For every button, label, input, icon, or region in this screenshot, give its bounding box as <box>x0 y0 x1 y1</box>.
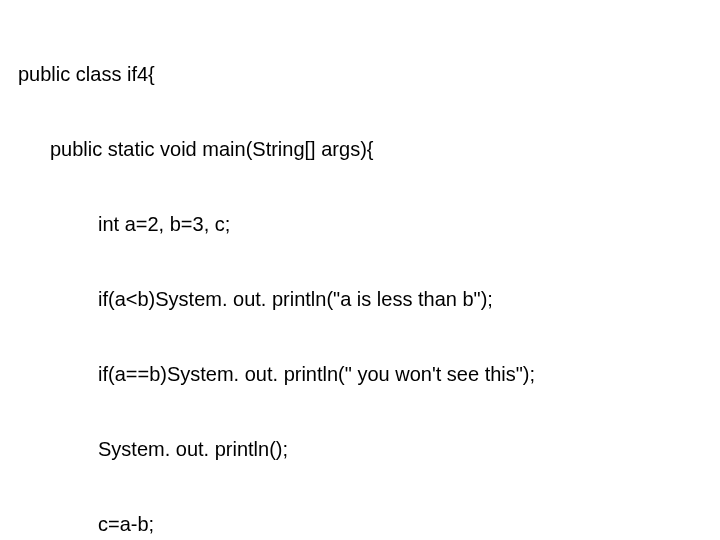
code-line-7: c=a-b; <box>18 512 702 537</box>
code-line-6: System. out. println(); <box>18 437 702 462</box>
code-line-5: if(a==b)System. out. println(" you won't… <box>18 362 702 387</box>
code-line-4: if(a<b)System. out. println("a is less t… <box>18 287 702 312</box>
code-line-1: public class if4{ <box>18 62 702 87</box>
code-line-2: public static void main(String[] args){ <box>18 137 702 162</box>
code-line-3: int a=2, b=3, c; <box>18 212 702 237</box>
code-block: public class if4{ public static void mai… <box>18 12 702 540</box>
